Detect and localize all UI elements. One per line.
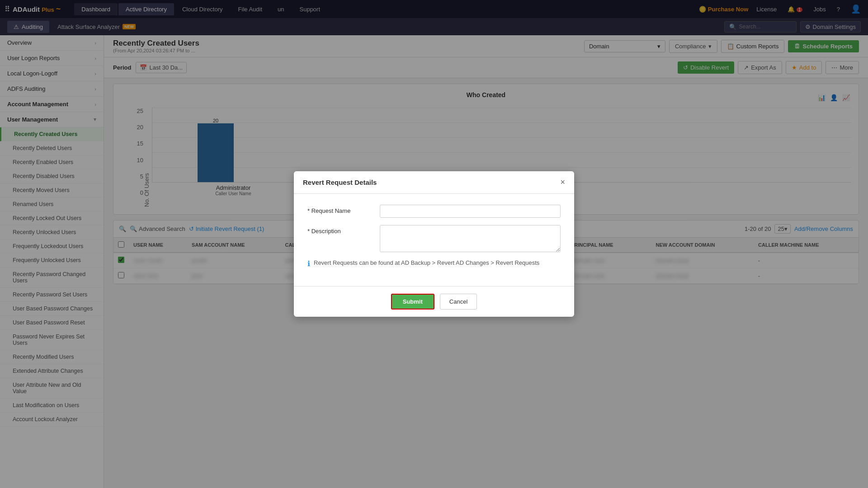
info-icon: ℹ <box>307 259 310 268</box>
description-textarea[interactable] <box>380 225 561 252</box>
modal-overlay[interactable]: Revert Request Details × * Request Name … <box>0 0 868 488</box>
modal-header: Revert Request Details × <box>294 171 574 194</box>
modal-body: * Request Name * Description ℹ Revert Re… <box>294 194 574 286</box>
description-label: * Description <box>307 225 380 235</box>
submit-button[interactable]: Submit <box>391 294 434 310</box>
modal-footer: Submit Cancel <box>294 286 574 317</box>
modal-close-button[interactable]: × <box>560 178 565 187</box>
revert-request-modal: Revert Request Details × * Request Name … <box>294 171 574 317</box>
request-name-row: * Request Name <box>307 205 561 218</box>
request-name-label: * Request Name <box>307 205 380 214</box>
description-row: * Description <box>307 225 561 252</box>
modal-title: Revert Request Details <box>303 178 377 186</box>
request-name-input[interactable] <box>380 205 561 218</box>
modal-info-text: ℹ Revert Requests can be found at AD Bac… <box>307 259 561 275</box>
cancel-button[interactable]: Cancel <box>440 294 477 310</box>
